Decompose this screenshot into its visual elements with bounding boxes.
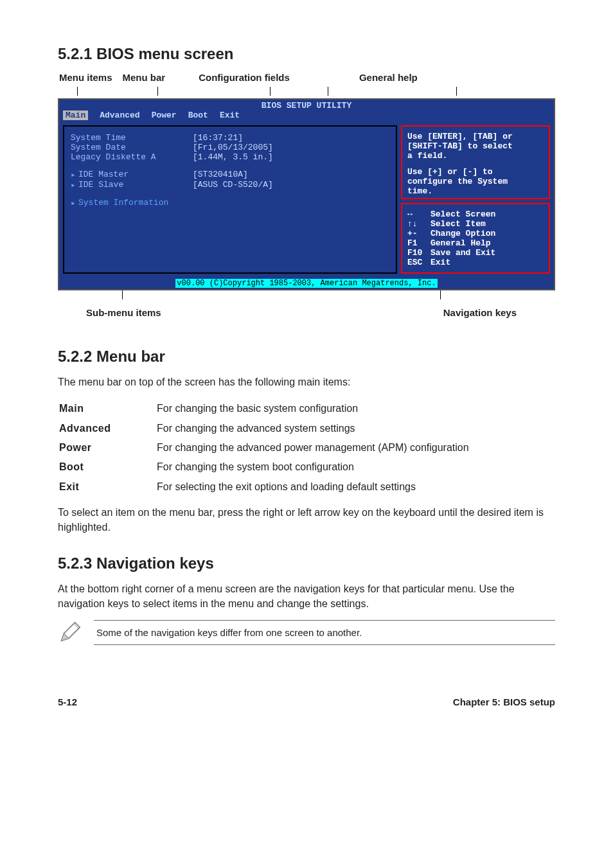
bios-menu-boot: Boot [188, 111, 208, 120]
nav-key: ↔ [407, 209, 431, 219]
nav-key-label: Save and Exit [431, 248, 495, 258]
table-row: MainFor changing the basic system config… [59, 400, 554, 418]
bios-value: [ST320410A] [193, 170, 248, 180]
bios-footer: v00.00 (C)Copyright 1985-2003, American … [59, 278, 554, 289]
bios-left-pane: System Time[16:37:21] System Date[Fri,05… [63, 125, 397, 274]
label-menu-bar: Menu bar [123, 72, 166, 83]
bios-menu-main: Main [63, 111, 88, 120]
bios-value: [Fri,05/13/2005] [193, 143, 273, 152]
menu-desc: For changing the advanced system setting… [157, 420, 554, 438]
nav-key: ↑↓ [407, 219, 431, 229]
menu-key: Main [59, 400, 155, 418]
nav-key-label: Exit [431, 258, 450, 267]
menu-desc: For changing the system boot configurati… [157, 458, 554, 476]
label-general-help: General help [359, 72, 418, 83]
help-text: time. [407, 186, 544, 196]
nav-key-label: General Help [431, 238, 491, 248]
table-row: AdvancedFor changing the advanced system… [59, 420, 554, 438]
bios-item: Legacy Diskette A [71, 152, 193, 162]
chapter-label: Chapter 5: BIOS setup [453, 696, 555, 707]
menu-desc: For changing the advanced power manageme… [157, 439, 554, 457]
bios-value: [ASUS CD-S520/A] [193, 180, 273, 190]
pencil-icon [58, 620, 82, 644]
table-row: BootFor changing the system boot configu… [59, 458, 554, 476]
triangle-icon: ▸ [71, 180, 78, 190]
bios-menu-exit: Exit [220, 111, 240, 120]
menu-bar-intro: The menu bar on top of the screen has th… [58, 375, 555, 389]
bios-item: IDE Slave [78, 180, 193, 190]
triangle-icon: ▸ [71, 170, 78, 180]
page-number: 5-12 [58, 696, 77, 707]
nav-key: +- [407, 229, 431, 238]
bios-item: System Date [71, 143, 193, 152]
help-text: Use [ENTER], [TAB] or [407, 132, 544, 141]
bios-top-labels: Menu items Menu bar Configuration fields… [58, 72, 555, 83]
help-text: [SHIFT-TAB] to select [407, 141, 544, 151]
help-text: configure the System [407, 177, 544, 186]
nav-key-label: Select Screen [431, 209, 495, 219]
menu-bar-table: MainFor changing the basic system config… [58, 398, 555, 497]
help-text: a field. [407, 151, 544, 161]
heading-5-2-2: 5.2.2 Menu bar [58, 348, 555, 366]
menu-bar-outro: To select an item on the menu bar, press… [58, 505, 555, 535]
page-footer: 5-12 Chapter 5: BIOS setup [58, 696, 555, 707]
nav-key-label: Select Item [431, 219, 486, 229]
bios-item: System Time [71, 133, 193, 143]
nav-key: F1 [407, 238, 431, 248]
nav-keys-para: At the bottom right corner of a menu scr… [58, 581, 555, 611]
help-text: Use [+] or [-] to [407, 167, 544, 177]
label-menu-items: Menu items [59, 72, 112, 83]
nav-key: ESC [407, 258, 431, 267]
bios-menu-advanced: Advanced [100, 111, 139, 120]
label-sub-menu-items: Sub-menu items [86, 307, 161, 318]
heading-5-2-3: 5.2.3 Navigation keys [58, 554, 555, 572]
bios-menu-power: Power [152, 111, 177, 120]
menu-key: Exit [59, 478, 155, 496]
menu-key: Boot [59, 458, 155, 476]
bios-help-pane: Use [ENTER], [TAB] or [SHIFT-TAB] to sel… [401, 125, 550, 199]
label-connectors-bottom [58, 290, 555, 302]
note-box: Some of the navigation keys differ from … [58, 620, 555, 645]
bios-menu-bar: Main Advanced Power Boot Exit [59, 111, 554, 121]
table-row: PowerFor changing the advanced power man… [59, 439, 554, 457]
table-row: ExitFor selecting the exit options and l… [59, 478, 554, 496]
menu-key: Advanced [59, 420, 155, 438]
nav-key: F10 [407, 248, 431, 258]
bios-item: IDE Master [78, 170, 193, 180]
triangle-icon: ▸ [71, 198, 78, 208]
nav-key-label: Change Option [431, 229, 495, 238]
bios-title: BIOS SETUP UTILITY [59, 100, 554, 111]
bios-submenu: System Information [78, 198, 168, 208]
label-config-fields: Configuration fields [199, 72, 290, 83]
menu-desc: For changing the basic system configurat… [157, 400, 554, 418]
menu-desc: For selecting the exit options and loadi… [157, 478, 554, 496]
bios-value: [1.44M, 3.5 in.] [193, 152, 273, 162]
bios-value: [16:37:21] [193, 133, 243, 143]
bios-bottom-labels: Sub-menu items Navigation keys [58, 307, 555, 318]
bios-nav-pane: ↔Select Screen ↑↓Select Item +-Change Op… [401, 203, 550, 274]
note-text: Some of the navigation keys differ from … [94, 620, 555, 645]
label-connectors [58, 87, 555, 98]
bios-screenshot: BIOS SETUP UTILITY Main Advanced Power B… [58, 98, 555, 290]
heading-5-2-1: 5.2.1 BIOS menu screen [58, 45, 555, 63]
label-navigation-keys: Navigation keys [443, 307, 517, 318]
menu-key: Power [59, 439, 155, 457]
